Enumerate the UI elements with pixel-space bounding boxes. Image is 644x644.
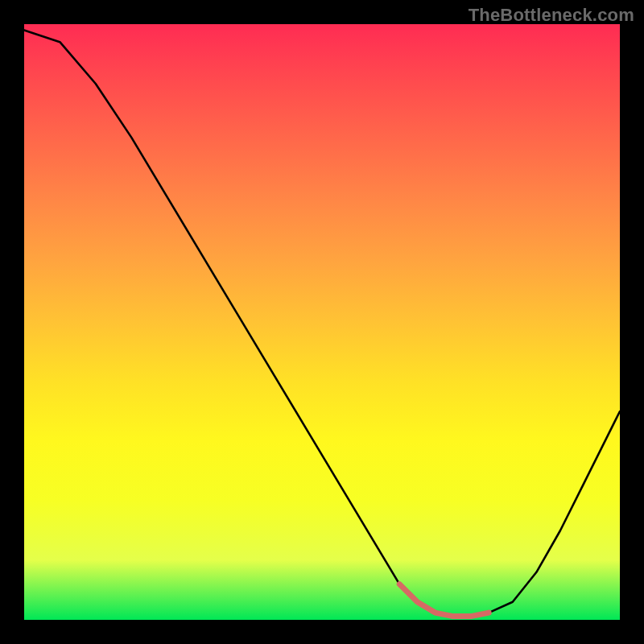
plot-area bbox=[24, 24, 620, 620]
bottleneck-curve bbox=[24, 30, 620, 616]
highlight-segment bbox=[399, 584, 489, 617]
chart-frame: TheBottleneck.com bbox=[0, 0, 644, 644]
watermark-text: TheBottleneck.com bbox=[469, 5, 634, 26]
curve-svg bbox=[24, 24, 620, 620]
